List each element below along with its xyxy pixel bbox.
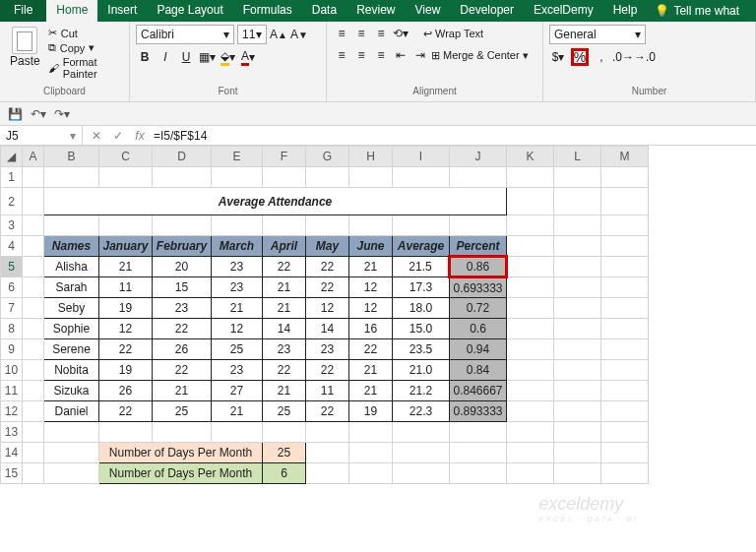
tab-help[interactable]: Help xyxy=(603,0,648,22)
row-5[interactable]: 5 xyxy=(1,257,23,277)
cell[interactable]: 22 xyxy=(306,277,349,298)
cell[interactable]: 22 xyxy=(306,360,349,381)
cell[interactable]: 12 xyxy=(212,319,263,339)
undo-button[interactable]: ↶▾ xyxy=(31,107,46,121)
redo-button[interactable]: ↷▾ xyxy=(54,107,70,121)
cell[interactable]: 14 xyxy=(306,319,349,339)
cell[interactable]: 17.3 xyxy=(393,277,450,298)
days-label-1[interactable]: Number of Days Per Month xyxy=(99,443,263,463)
indent-decrease-button[interactable]: ⇤ xyxy=(392,46,410,64)
tab-exceldemy[interactable]: ExcelDemy xyxy=(524,0,603,22)
cell[interactable]: 22 xyxy=(99,401,153,422)
title-cell[interactable]: Average Attendance xyxy=(44,188,507,215)
cell[interactable]: 26 xyxy=(153,339,212,360)
align-bottom-button[interactable]: ≡ xyxy=(372,25,390,42)
cancel-formula-button[interactable]: ✕ xyxy=(89,129,104,143)
align-middle-button[interactable]: ≡ xyxy=(352,25,370,42)
cell-name[interactable]: Nobita xyxy=(44,360,99,381)
hdr-mar[interactable]: March xyxy=(212,236,263,257)
cell[interactable]: 11 xyxy=(306,381,349,401)
days-label-2[interactable]: Number of Days Per Month xyxy=(99,463,263,484)
merge-center-button[interactable]: ⊞Merge & Center▾ xyxy=(431,49,529,62)
select-all-corner[interactable]: ◢ xyxy=(1,147,23,167)
row-9[interactable]: 9 xyxy=(1,339,23,360)
cell[interactable]: 15 xyxy=(153,277,212,298)
cell[interactable]: 15.0 xyxy=(393,319,450,339)
col-H[interactable]: H xyxy=(349,147,393,167)
row-1[interactable]: 1 xyxy=(1,167,23,188)
row-2[interactable]: 2 xyxy=(1,188,23,215)
number-format-combo[interactable]: General▾ xyxy=(549,25,646,44)
cell[interactable]: 12 xyxy=(99,319,153,339)
row-4[interactable]: 4 xyxy=(1,236,23,257)
days-val-2[interactable]: 6 xyxy=(263,463,306,484)
cell[interactable]: 22 xyxy=(306,401,349,422)
cell-percent[interactable]: 0.84 xyxy=(450,360,507,381)
hdr-apr[interactable]: April xyxy=(263,236,306,257)
cell[interactable]: 22 xyxy=(306,257,349,277)
cell-percent[interactable]: 0.846667 xyxy=(450,381,507,401)
cell[interactable]: 23 xyxy=(212,257,263,277)
cell[interactable]: 21 xyxy=(212,401,263,422)
row-8[interactable]: 8 xyxy=(1,319,23,339)
tab-review[interactable]: Review xyxy=(346,0,405,22)
hdr-may[interactable]: May xyxy=(306,236,349,257)
col-J[interactable]: J xyxy=(450,147,507,167)
decrease-font-button[interactable]: A▼ xyxy=(290,26,308,43)
col-M[interactable]: M xyxy=(601,147,649,167)
italic-button[interactable]: I xyxy=(157,48,174,66)
fill-color-button[interactable]: ⬙▾ xyxy=(219,48,236,66)
cell-percent[interactable]: 0.6 xyxy=(450,319,507,339)
col-F[interactable]: F xyxy=(263,147,306,167)
cell-name[interactable]: Sarah xyxy=(44,277,99,298)
cell[interactable]: 21 xyxy=(263,277,306,298)
save-button[interactable]: 💾 xyxy=(8,107,23,121)
cell[interactable]: 23.5 xyxy=(393,339,450,360)
align-right-button[interactable]: ≡ xyxy=(372,46,390,64)
col-L[interactable]: L xyxy=(554,147,601,167)
hdr-avg[interactable]: Average xyxy=(393,236,450,257)
cell[interactable]: 22 xyxy=(349,339,393,360)
cell[interactable]: 16 xyxy=(349,319,393,339)
cell[interactable]: 23 xyxy=(212,360,263,381)
row-14[interactable]: 14 xyxy=(1,443,23,463)
cell[interactable]: 21 xyxy=(212,298,263,319)
col-C[interactable]: C xyxy=(99,147,153,167)
align-center-button[interactable]: ≡ xyxy=(352,46,370,64)
percent-format-button[interactable]: % xyxy=(571,48,589,66)
cell-percent[interactable]: 0.86 xyxy=(450,257,507,277)
row-15[interactable]: 15 xyxy=(1,463,23,484)
cell-percent[interactable]: 0.693333 xyxy=(450,277,507,298)
cell-name[interactable]: Alisha xyxy=(44,257,99,277)
row-13[interactable]: 13 xyxy=(1,422,23,443)
row-6[interactable]: 6 xyxy=(1,277,23,298)
fx-button[interactable]: fx xyxy=(132,129,148,143)
orientation-button[interactable]: ⟲▾ xyxy=(392,25,410,42)
cell[interactable]: 22.3 xyxy=(393,401,450,422)
cell-name[interactable]: Seby xyxy=(44,298,99,319)
cell[interactable]: 21.0 xyxy=(393,360,450,381)
row-12[interactable]: 12 xyxy=(1,401,23,422)
formula-input[interactable]: =I5/$F$14 xyxy=(154,129,207,143)
hdr-pct[interactable]: Percent xyxy=(450,236,507,257)
cell[interactable]: 21 xyxy=(349,360,393,381)
copy-button[interactable]: ⧉Copy▾ xyxy=(48,41,123,54)
cell[interactable]: 25 xyxy=(153,401,212,422)
row-3[interactable]: 3 xyxy=(1,215,23,236)
increase-font-button[interactable]: A▲ xyxy=(270,26,287,43)
hdr-jan[interactable]: January xyxy=(99,236,153,257)
hdr-feb[interactable]: February xyxy=(153,236,212,257)
decrease-decimal-button[interactable]: →.0 xyxy=(636,48,654,66)
cell[interactable]: 23 xyxy=(263,339,306,360)
tab-developer[interactable]: Developer xyxy=(450,0,524,22)
cell[interactable]: 22 xyxy=(263,360,306,381)
col-D[interactable]: D xyxy=(153,147,212,167)
wrap-text-button[interactable]: ↩Wrap Text xyxy=(423,28,483,40)
cell[interactable]: 25 xyxy=(212,339,263,360)
align-top-button[interactable]: ≡ xyxy=(333,25,350,42)
indent-increase-button[interactable]: ⇥ xyxy=(411,46,429,64)
tab-home[interactable]: Home xyxy=(46,0,97,22)
cell-percent[interactable]: 0.94 xyxy=(450,339,507,360)
cell[interactable]: 21 xyxy=(263,381,306,401)
tab-formulas[interactable]: Formulas xyxy=(233,0,302,22)
